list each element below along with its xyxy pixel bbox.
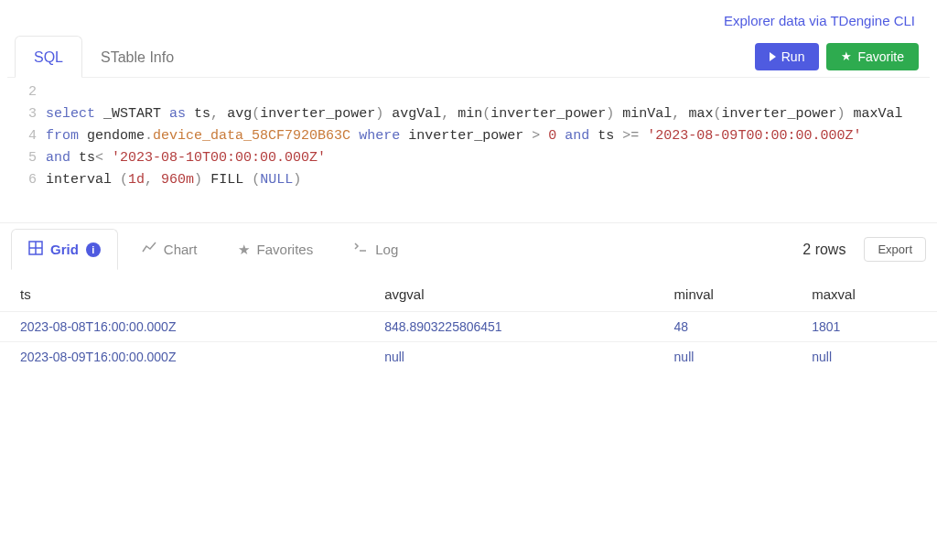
cell-avgval: 848.8903225806451 <box>364 312 653 342</box>
tab-grid[interactable]: Grid i <box>11 229 118 270</box>
star-icon: ★ <box>238 242 250 258</box>
sql-editor[interactable]: 2 3 4 5 6 select _WSTART as ts, avg(inve… <box>7 78 930 210</box>
results-panel: Grid i Chart ★ Favorites Log 2 rows Expo… <box>0 222 937 372</box>
tab-log[interactable]: Log <box>337 230 415 269</box>
chart-label: Chart <box>164 242 198 257</box>
result-grid: ts avgval minval maxval 2023-08-08T16:00… <box>0 275 937 372</box>
export-button[interactable]: Export <box>864 237 926 262</box>
cell-ts: 2023-08-09T16:00:00.000Z <box>0 342 364 372</box>
info-icon: i <box>86 242 101 257</box>
chart-icon <box>142 241 156 258</box>
editor-panel: SQL STable Info Run ★ Favorite 2 3 4 5 6… <box>7 36 930 210</box>
run-button[interactable]: Run <box>755 43 820 70</box>
cell-minval: 48 <box>654 312 792 342</box>
line-gutter: 2 3 4 5 6 <box>7 81 46 191</box>
col-minval[interactable]: minval <box>654 275 792 312</box>
log-icon <box>353 241 368 258</box>
result-tabs: Grid i Chart ★ Favorites Log 2 rows Expo… <box>0 223 937 270</box>
tab-sql[interactable]: SQL <box>15 36 82 78</box>
grid-label: Grid <box>50 242 79 257</box>
cell-maxval: 1801 <box>792 312 937 342</box>
cell-ts: 2023-08-08T16:00:00.000Z <box>0 312 364 342</box>
cell-avgval: null <box>364 342 653 372</box>
favorites-label: Favorites <box>257 242 314 257</box>
play-icon <box>770 52 776 61</box>
col-maxval[interactable]: maxval <box>792 275 937 312</box>
tab-chart[interactable]: Chart <box>125 230 214 269</box>
favorite-button[interactable]: ★ Favorite <box>826 43 919 70</box>
cli-link[interactable]: Explorer data via TDengine CLI <box>0 0 937 36</box>
tab-stable-info[interactable]: STable Info <box>82 37 192 77</box>
row-count: 2 rows <box>802 242 856 258</box>
grid-icon <box>28 241 43 258</box>
col-avgval[interactable]: avgval <box>364 275 653 312</box>
run-label: Run <box>781 49 805 64</box>
table-row[interactable]: 2023-08-09T16:00:00.000Z null null null <box>0 342 937 372</box>
log-label: Log <box>375 242 398 257</box>
favorite-label: Favorite <box>857 49 904 64</box>
star-icon: ★ <box>841 49 852 63</box>
tab-favorites[interactable]: ★ Favorites <box>221 231 330 269</box>
cell-maxval: null <box>792 342 937 372</box>
table-row[interactable]: 2023-08-08T16:00:00.000Z 848.89032258064… <box>0 312 937 342</box>
editor-tabs: SQL STable Info Run ★ Favorite <box>7 36 930 78</box>
code-area[interactable]: select _WSTART as ts, avg(inverter_power… <box>46 81 930 191</box>
cell-minval: null <box>654 342 792 372</box>
col-ts[interactable]: ts <box>0 275 364 312</box>
